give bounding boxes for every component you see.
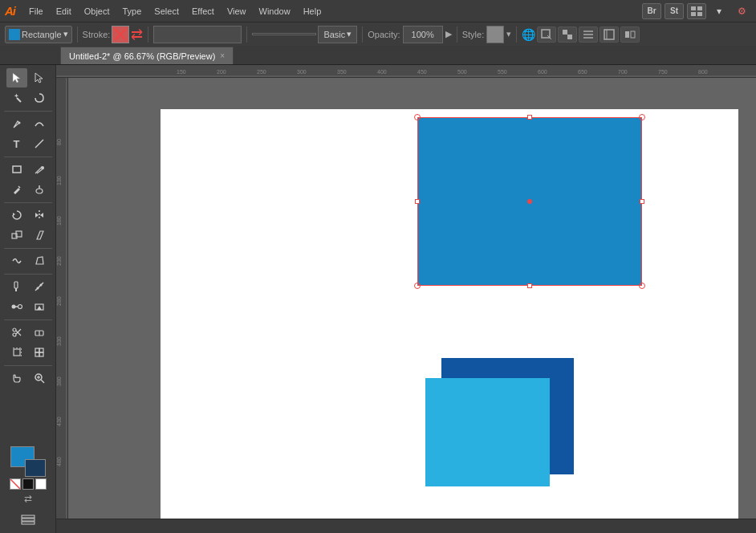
rotate-tool[interactable] [6,205,27,225]
menu-edit[interactable]: Edit [51,4,77,18]
zoom-tool[interactable] [29,368,50,388]
menu-view[interactable]: View [222,4,252,18]
tool-row-13 [0,343,55,362]
workspace-dropdown[interactable]: ▾ [709,3,729,19]
layers-panel-btn[interactable] [8,511,48,530]
document-tab[interactable]: Untitled-2* @ 66.67% (RGB/Preview) × [60,47,234,64]
blob-brush-tool[interactable] [29,180,50,199]
stroke-arrow-icon[interactable]: ⇄ [131,26,143,43]
center-point [527,199,532,204]
tab-bar: Untitled-2* @ 66.67% (RGB/Preview) × [0,46,756,65]
opacity-input[interactable] [403,26,443,43]
stroke-width-input[interactable] [153,26,242,43]
tab-close-btn[interactable]: × [220,51,225,60]
curvature-tool[interactable] [29,114,50,133]
svg-point-40 [39,284,42,287]
free-distort-tool[interactable] [29,251,50,271]
none-color[interactable] [10,478,21,490]
selected-rectangle[interactable] [417,117,642,286]
warp-tool[interactable] [6,251,27,271]
menu-file[interactable]: File [23,4,49,18]
stock-icon[interactable]: St [665,3,684,19]
scissors-tool[interactable] [6,323,27,342]
web-icon[interactable]: 🌐 [522,28,535,41]
menu-object[interactable]: Object [79,4,116,18]
shape-dropdown-arrow: ▾ [63,29,68,39]
tool-row-14 [0,368,55,388]
arrange-btn1[interactable] [537,26,556,43]
handle-bl[interactable] [414,283,421,289]
menu-effect[interactable]: Effect [186,4,220,18]
tool-row-3 [0,114,55,133]
stroke-color-swatch[interactable] [112,26,129,43]
menu-select[interactable]: Select [148,4,185,18]
eyedropper-tool[interactable] [6,277,27,296]
svg-text:350: 350 [337,69,347,75]
arrange-btn3[interactable] [579,26,598,43]
pencil-tool[interactable] [6,180,27,199]
white-color[interactable] [35,478,47,490]
select-tool[interactable] [6,68,27,87]
arrange-btn5[interactable] [620,26,640,43]
workspace-switcher[interactable] [687,3,706,19]
handle-ml[interactable] [415,199,420,204]
ruler-left: 80 130 180 230 280 330 380 430 480 [56,78,68,533]
svg-text:550: 550 [498,69,507,75]
print-tiling-tool[interactable] [29,343,50,362]
tool-row-8 [0,226,55,245]
shear-tool[interactable] [29,226,50,245]
handle-tm[interactable] [527,115,532,120]
measure-tool[interactable] [29,277,50,296]
arrange-btn2[interactable] [558,26,577,43]
svg-point-24 [41,166,44,169]
handle-tl[interactable] [414,114,421,120]
canvas-area[interactable]: 150200 250300 350400 450500 550600 65070… [56,65,756,533]
eraser-tool[interactable] [29,323,50,342]
blend-tool[interactable] [6,297,27,316]
ruler-top: 150200 250300 350400 450500 550600 65070… [56,65,756,78]
bridge-icon[interactable]: Br [642,3,661,19]
lasso-tool[interactable] [29,88,50,108]
menu-type[interactable]: Type [117,4,148,18]
scale-tool[interactable] [6,226,27,245]
svg-rect-9 [567,35,572,39]
stroke-color-box[interactable] [25,459,46,477]
line-tool[interactable] [29,134,50,153]
svg-rect-51 [14,349,20,356]
opacity-more-btn[interactable]: ▶ [445,29,452,39]
pen-tool[interactable] [6,114,27,133]
svg-rect-59 [39,348,43,352]
handle-mr[interactable] [640,199,644,204]
arrange-btn4[interactable] [600,26,619,43]
black-color[interactable] [22,478,34,490]
magic-wand-tool[interactable] [6,88,27,108]
style-group: Style: ▾ [462,26,512,43]
image-trace-tool[interactable] [29,297,50,316]
menu-window[interactable]: Window [254,4,296,18]
svg-point-45 [13,328,16,332]
sep6 [516,26,517,43]
swap-colors-btn[interactable]: ⇄ [24,493,32,504]
hand-tool[interactable] [6,368,27,388]
type-tool[interactable]: T [6,134,27,153]
style-dropdown-arrow[interactable]: ▾ [506,29,511,39]
light-blue-rect[interactable] [425,378,550,486]
paintbrush-tool[interactable] [29,160,50,179]
svg-point-42 [18,305,22,309]
svg-line-25 [18,186,20,188]
handle-bm[interactable] [527,283,532,288]
artboard-tool[interactable] [6,343,27,362]
reflect-tool[interactable] [29,205,50,225]
menu-help[interactable]: Help [298,4,327,18]
handle-tr[interactable] [639,114,645,120]
style-box[interactable] [486,26,504,43]
direct-select-tool[interactable] [29,68,50,87]
tool-row-5 [0,160,55,179]
color-boxes [10,446,46,477]
mode-dropdown[interactable]: Basic ▾ [318,26,357,43]
handle-br[interactable] [639,283,645,289]
cc-icon[interactable]: ⚙ [732,3,751,19]
shape-dropdown[interactable]: Rectangle ▾ [5,26,72,43]
rectangle-tool[interactable] [6,160,27,179]
svg-text:250: 250 [257,69,266,75]
